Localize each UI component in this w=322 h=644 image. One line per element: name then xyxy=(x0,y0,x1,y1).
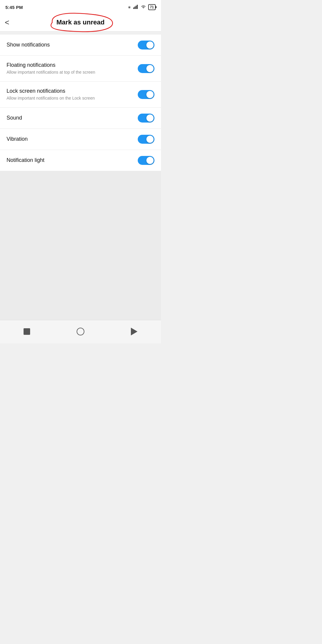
status-bar: 5:45 PM ∗ 71 xyxy=(0,0,161,13)
nav-bar xyxy=(0,320,161,343)
back-button[interactable]: < xyxy=(5,16,13,29)
setting-row-lock-screen-notifications[interactable]: Lock screen notificationsAllow important… xyxy=(0,82,161,108)
setting-label-wrap-show-notifications: Show notifications xyxy=(7,41,133,48)
setting-row-floating-notifications[interactable]: Floating notificationsAllow important no… xyxy=(0,56,161,82)
title-container: Mark as unread xyxy=(56,18,104,26)
toolbar: < Mark as unread xyxy=(0,13,161,32)
signal-icon xyxy=(133,5,139,10)
svg-rect-0 xyxy=(133,7,134,9)
square-icon xyxy=(24,328,30,335)
settings-list: Show notificationsFloating notifications… xyxy=(0,35,161,171)
setting-label-sound: Sound xyxy=(7,114,133,121)
setting-label-wrap-lock-screen-notifications: Lock screen notificationsAllow important… xyxy=(7,88,133,101)
setting-row-show-notifications[interactable]: Show notifications xyxy=(0,35,161,56)
setting-label-show-notifications: Show notifications xyxy=(7,41,133,48)
toggle-show-notifications[interactable] xyxy=(138,41,154,49)
toggle-notification-light[interactable] xyxy=(138,156,154,165)
setting-label-notification-light: Notification light xyxy=(7,157,133,164)
toggle-floating-notifications[interactable] xyxy=(138,64,154,73)
setting-row-sound[interactable]: Sound xyxy=(0,108,161,129)
setting-label-wrap-vibration: Vibration xyxy=(7,136,133,143)
status-time: 5:45 PM xyxy=(5,5,23,10)
svg-rect-3 xyxy=(137,5,138,9)
setting-label-wrap-floating-notifications: Floating notificationsAllow important no… xyxy=(7,62,133,75)
toggle-sound[interactable] xyxy=(138,114,154,123)
toggle-lock-screen-notifications[interactable] xyxy=(138,90,154,99)
bluetooth-icon: ∗ xyxy=(128,5,131,10)
circle-icon xyxy=(77,328,84,335)
setting-row-vibration[interactable]: Vibration xyxy=(0,129,161,150)
nav-square-button[interactable] xyxy=(18,326,36,338)
svg-rect-2 xyxy=(136,6,137,9)
status-icons: ∗ 71 xyxy=(128,4,156,10)
toggle-vibration[interactable] xyxy=(138,135,154,144)
nav-back-button[interactable] xyxy=(125,326,143,338)
wifi-icon xyxy=(141,5,146,10)
setting-label-wrap-notification-light: Notification light xyxy=(7,157,133,164)
setting-desc-lock-screen-notifications: Allow important notifications on the Loc… xyxy=(7,95,133,101)
setting-desc-floating-notifications: Allow important notifications at top of … xyxy=(7,69,133,75)
nav-home-button[interactable] xyxy=(72,326,89,338)
setting-label-vibration: Vibration xyxy=(7,136,133,143)
setting-label-wrap-sound: Sound xyxy=(7,114,133,121)
setting-row-notification-light[interactable]: Notification light xyxy=(0,150,161,171)
page-title: Mark as unread xyxy=(56,18,104,26)
toolbar-title-wrap: Mark as unread xyxy=(56,18,104,26)
setting-label-lock-screen-notifications: Lock screen notifications xyxy=(7,88,133,95)
svg-rect-1 xyxy=(134,7,135,9)
battery-indicator: 71 xyxy=(148,4,156,10)
gray-area xyxy=(0,171,161,320)
setting-label-floating-notifications: Floating notifications xyxy=(7,62,133,69)
triangle-icon xyxy=(131,328,137,335)
